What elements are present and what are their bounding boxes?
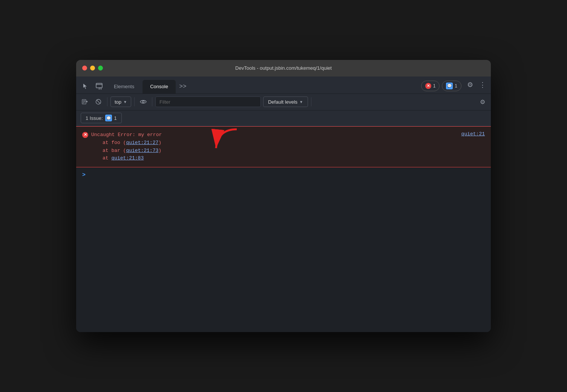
svg-rect-1 — [99, 88, 101, 90]
dropdown-arrow-icon: ▼ — [123, 100, 127, 104]
svg-point-9 — [142, 101, 144, 103]
more-tabs-button[interactable]: >> — [176, 80, 189, 93]
more-options-button[interactable]: ⋮ — [477, 78, 488, 91]
error-icon: ✕ — [425, 83, 431, 89]
eye-icon — [140, 99, 147, 104]
filter-input[interactable] — [155, 96, 261, 107]
block-icon — [95, 99, 101, 105]
error-link-2[interactable]: quiet:21:73 — [126, 148, 158, 153]
device-mode-icon-button[interactable] — [93, 80, 106, 93]
tab-bar: Elements Console >> ✕ 1 💬 1 ⚙ ⋮ — [76, 77, 491, 94]
minimize-button[interactable] — [90, 66, 95, 70]
cursor-icon — [82, 83, 89, 90]
issues-button[interactable]: 1 Issue: 💬 1 — [81, 113, 122, 123]
tab-console[interactable]: Console — [143, 80, 176, 93]
error-row: ✕ Uncaught Error: my error at foo (quiet… — [76, 126, 491, 167]
device-icon — [95, 83, 103, 90]
svg-rect-0 — [96, 83, 102, 88]
default-levels-button[interactable]: Default levels ▼ — [263, 96, 308, 107]
svg-line-8 — [97, 100, 100, 104]
eye-icon-button[interactable] — [138, 96, 149, 107]
clear-icon — [82, 99, 88, 105]
console-toolbar: top ▼ Default levels ▼ ⚙ — [76, 94, 491, 110]
console-prompt: > — [76, 167, 491, 181]
error-content: ✕ Uncaught Error: my error at foo (quiet… — [82, 131, 454, 162]
error-text-block: Uncaught Error: my error at foo (quiet:2… — [91, 131, 162, 162]
error-link-3[interactable]: quiet:21:83 — [111, 155, 144, 161]
inspector-icon-button[interactable] — [79, 80, 92, 93]
console-output: ✕ Uncaught Error: my error at foo (quiet… — [76, 126, 491, 332]
context-selector[interactable]: top ▼ — [110, 96, 131, 107]
error-icon-badge: ✕ — [82, 132, 88, 138]
prompt-symbol: > — [82, 171, 86, 178]
clear-console-button[interactable] — [79, 96, 90, 107]
separator-3 — [152, 97, 152, 106]
tab-elements[interactable]: Elements — [106, 80, 142, 93]
message-icon: 💬 — [446, 83, 453, 89]
separator-2 — [134, 97, 135, 106]
block-icon-button[interactable] — [93, 96, 104, 107]
error-trace-1: at foo (quiet:21:27) — [91, 139, 162, 147]
separator-1 — [107, 97, 107, 106]
traffic-lights — [82, 66, 103, 70]
error-link-1[interactable]: quiet:21:27 — [126, 140, 158, 145]
error-location-link[interactable]: quiet:21 — [461, 131, 485, 137]
error-trace-3: at quiet:21:83 — [91, 155, 162, 162]
close-button[interactable] — [82, 66, 87, 70]
console-empty-area — [76, 181, 491, 332]
issues-bar: 1 Issue: 💬 1 — [76, 110, 491, 126]
message-badge-button[interactable]: 💬 1 — [442, 81, 461, 91]
annotation-arrow — [210, 127, 241, 154]
separator-4 — [311, 97, 311, 106]
issues-message-icon: 💬 — [105, 115, 112, 121]
title-bar: DevTools - output.jsbin.com/tukemeq/1/qu… — [76, 60, 491, 77]
window-title: DevTools - output.jsbin.com/tukemeq/1/qu… — [235, 65, 332, 71]
console-settings-button[interactable]: ⚙ — [477, 96, 488, 107]
levels-dropdown-icon: ▼ — [299, 100, 303, 104]
maximize-button[interactable] — [98, 66, 103, 70]
devtools-window: DevTools - output.jsbin.com/tukemeq/1/qu… — [76, 60, 491, 332]
error-trace-2: at bar (quiet:21:73) — [91, 147, 162, 155]
error-badge-button[interactable]: ✕ 1 — [421, 81, 440, 91]
settings-button[interactable]: ⚙ — [464, 78, 477, 91]
error-main-text: Uncaught Error: my error — [91, 131, 162, 139]
